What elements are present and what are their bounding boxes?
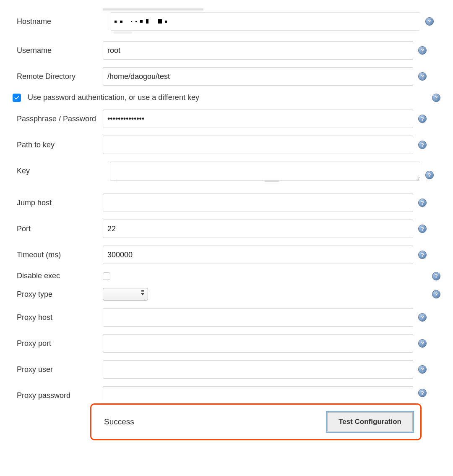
jump-host-field[interactable]: [103, 194, 413, 212]
path-to-key-field[interactable]: [103, 136, 413, 154]
use-password-auth-checkbox[interactable]: [13, 94, 21, 102]
timeout-label: Timeout (ms): [13, 246, 103, 259]
key-field[interactable]: [110, 162, 420, 181]
help-icon[interactable]: [418, 339, 427, 348]
top-separator: [103, 8, 203, 10]
proxy-port-label: Proxy port: [13, 334, 103, 348]
hostname-field[interactable]: [110, 12, 420, 31]
proxy-user-field[interactable]: [103, 360, 413, 379]
remote-directory-field[interactable]: [103, 67, 413, 86]
proxy-password-label: Proxy password: [13, 386, 103, 400]
test-result-status: Success: [104, 417, 134, 426]
key-label: Key: [13, 162, 103, 175]
help-icon[interactable]: [418, 389, 427, 397]
proxy-host-label: Proxy host: [13, 308, 103, 322]
help-icon[interactable]: [418, 115, 427, 123]
passphrase-label: Passphrase / Password: [13, 110, 103, 123]
proxy-user-label: Proxy user: [13, 360, 103, 374]
disable-exec-label: Disable exec: [13, 272, 103, 280]
test-result-box: Success Test Configuration: [90, 403, 422, 440]
help-icon[interactable]: [418, 365, 427, 374]
proxy-type-label: Proxy type: [13, 290, 103, 299]
help-icon[interactable]: [418, 313, 427, 322]
help-icon[interactable]: [418, 46, 427, 55]
passphrase-field[interactable]: [103, 110, 413, 128]
help-icon[interactable]: [418, 225, 427, 233]
port-field[interactable]: [103, 220, 413, 238]
proxy-password-field[interactable]: [103, 386, 413, 400]
help-icon[interactable]: [425, 17, 434, 26]
timeout-field[interactable]: [103, 246, 413, 264]
help-icon[interactable]: [432, 290, 440, 298]
ssh-config-form: Hostname Username: [0, 0, 453, 457]
help-icon[interactable]: [418, 199, 427, 207]
hostname-label: Hostname: [13, 12, 103, 26]
proxy-port-field[interactable]: [103, 334, 413, 353]
help-icon[interactable]: [425, 171, 434, 179]
help-icon[interactable]: [418, 251, 427, 259]
help-icon[interactable]: [418, 72, 427, 81]
port-label: Port: [13, 220, 103, 233]
username-label: Username: [13, 41, 103, 55]
path-to-key-label: Path to key: [13, 136, 103, 149]
disable-exec-checkbox[interactable]: [103, 272, 110, 280]
jump-host-label: Jump host: [13, 194, 103, 207]
help-icon[interactable]: [432, 272, 440, 280]
help-icon[interactable]: [432, 94, 440, 102]
help-icon[interactable]: [418, 141, 427, 149]
proxy-host-field[interactable]: [103, 308, 413, 327]
test-configuration-button[interactable]: Test Configuration: [327, 412, 413, 432]
proxy-type-select[interactable]: [103, 288, 148, 301]
resize-handle[interactable]: [117, 179, 427, 183]
remote-directory-label: Remote Directory: [13, 67, 103, 81]
use-password-auth-label: Use password authentication, or use a di…: [28, 93, 427, 102]
username-field[interactable]: [103, 41, 413, 60]
